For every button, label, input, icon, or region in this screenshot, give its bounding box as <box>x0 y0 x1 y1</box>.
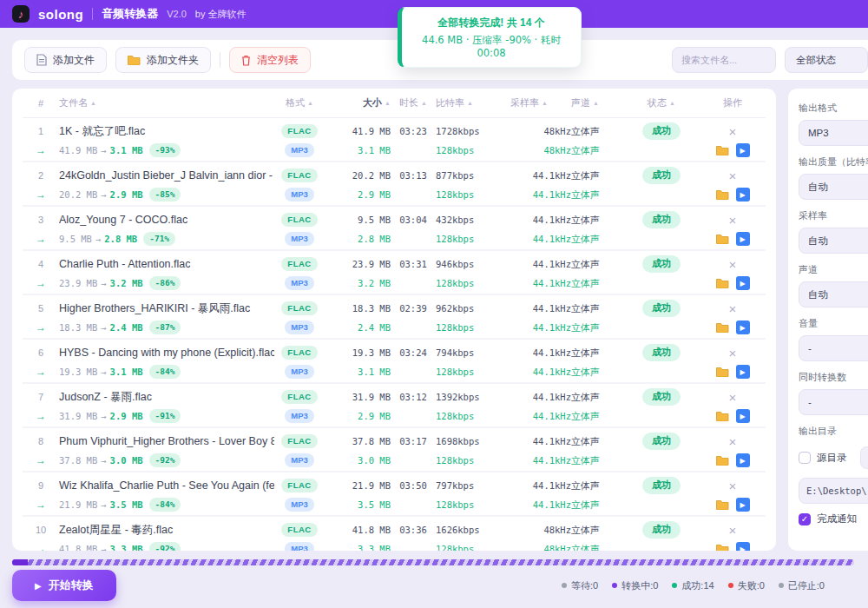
compression-ratio-badge: -93% <box>149 143 181 156</box>
col-status[interactable]: 状态▲ <box>623 96 700 109</box>
target-size: 2.4 MB <box>325 322 391 333</box>
start-convert-button[interactable]: ▶ 开始转换 <box>12 570 116 601</box>
source-dir-label: 源目录 <box>817 452 847 465</box>
target-bitrate: 128kbps <box>436 189 510 200</box>
source-bitrate: 794kbps <box>436 347 510 358</box>
quality-select[interactable]: 自动 <box>799 174 868 200</box>
open-folder-icon[interactable] <box>716 411 729 421</box>
row-index: 6 <box>23 347 59 358</box>
open-folder-icon[interactable] <box>716 189 729 200</box>
source-channels: 立体声 <box>571 391 623 404</box>
converted-arrow-icon: → <box>36 233 46 245</box>
file-name: 24kGoldn_Justin Bieber_J Balvin_iann dio… <box>59 165 274 186</box>
open-folder-icon[interactable] <box>716 234 729 244</box>
sort-asc-icon: ▲ <box>542 100 548 106</box>
open-folder-icon[interactable] <box>716 499 729 510</box>
file-name: Higher Brothers_HARIKIRI - 暴风雨.flac <box>59 298 250 319</box>
table-row[interactable]: 10 Zealot周星星 - 毒药.flac FLAC 41.8 MB 03:3… <box>23 517 766 551</box>
duration: 03:17 <box>391 436 436 446</box>
source-dir-option[interactable]: 源目录 <box>799 446 868 469</box>
notify-option[interactable]: ✓ 完成通知 <box>799 512 868 525</box>
compression-ratio-badge: -92% <box>149 453 181 466</box>
col-samplerate[interactable]: 采样率▲ <box>510 96 571 109</box>
output-format-label: 输出格式 <box>799 102 868 115</box>
open-folder-icon[interactable] <box>716 455 729 466</box>
table-row[interactable]: 7 JudsonZ - 暴雨.flac FLAC 31.9 MB 03:12 1… <box>23 384 766 428</box>
search-input[interactable] <box>672 47 776 73</box>
output-path-input[interactable] <box>799 478 868 504</box>
source-dir-checkbox[interactable] <box>799 452 811 464</box>
table-row[interactable]: 9 Wiz Khalifa_Charlie Puth - See You Aga… <box>23 473 766 517</box>
remove-file-icon[interactable]: × <box>729 347 737 360</box>
open-folder-icon[interactable] <box>716 278 729 288</box>
clear-list-button[interactable]: 清空列表 <box>229 47 311 73</box>
target-format-badge: MP3 <box>285 542 314 551</box>
sub-target-size: 3.3 MB <box>110 544 143 551</box>
remove-file-icon[interactable]: × <box>729 169 737 182</box>
col-bitrate[interactable]: 比特率▲ <box>436 96 510 109</box>
sub-target-size: 2.8 MB <box>104 234 137 244</box>
add-file-button[interactable]: 添加文件 <box>24 47 107 73</box>
notify-checkbox[interactable]: ✓ <box>799 513 811 525</box>
play-file-icon[interactable]: ▶ <box>736 143 750 157</box>
remove-file-icon[interactable]: × <box>729 214 737 227</box>
browse-button[interactable] <box>860 446 868 469</box>
col-channels[interactable]: 声道▲ <box>571 96 623 109</box>
table-row[interactable]: 3 Aloz_Young 7 - COCO.flac FLAC 9.5 MB 0… <box>23 207 766 251</box>
remove-file-icon[interactable]: × <box>729 524 737 537</box>
row-index: 7 <box>23 392 59 402</box>
play-file-icon[interactable]: ▶ <box>736 276 750 290</box>
target-channels: 立体声 <box>571 233 623 246</box>
compression-ratio-badge: -92% <box>149 542 181 551</box>
output-format-select[interactable]: MP3 <box>799 120 868 146</box>
col-size[interactable]: 大小▲ <box>325 96 391 109</box>
play-file-icon[interactable]: ▶ <box>736 232 750 246</box>
play-file-icon[interactable]: ▶ <box>736 498 750 512</box>
volume-select[interactable]: - <box>799 335 868 361</box>
source-size: 41.8 MB <box>325 525 391 535</box>
table-row[interactable]: 5 Higher Brothers_HARIKIRI - 暴风雨.flac FL… <box>23 295 766 340</box>
to-arrow-icon: → <box>101 499 106 510</box>
add-file-label: 添加文件 <box>53 53 95 68</box>
table-header-row: # 文件名▲ 格式▲ 大小▲ 时长▲ 比特率▲ 采样率▲ 声道▲ 状态▲ 操作 <box>23 89 766 118</box>
sub-source-size: 19.3 MB <box>59 367 97 377</box>
status-badge: 成功 <box>642 255 681 272</box>
play-file-icon[interactable]: ▶ <box>736 321 750 334</box>
open-folder-icon[interactable] <box>716 322 729 333</box>
col-format[interactable]: 格式▲ <box>274 96 325 109</box>
col-duration[interactable]: 时长▲ <box>391 96 436 109</box>
play-file-icon[interactable]: ▶ <box>736 409 750 423</box>
waiting-dot-icon <box>562 583 567 588</box>
stopped-dot-icon <box>779 583 784 588</box>
table-row[interactable]: 2 24kGoldn_Justin Bieber_J Balvin_iann d… <box>23 162 766 207</box>
table-row[interactable]: 8 Phum Viphurit_Higher Brothers - Lover … <box>23 428 766 473</box>
target-format-badge: MP3 <box>285 143 314 156</box>
col-filename[interactable]: 文件名▲ <box>59 96 274 109</box>
samplerate-select[interactable]: 自动 <box>799 228 868 254</box>
volume-label: 音量 <box>799 317 868 330</box>
remove-file-icon[interactable]: × <box>729 435 737 448</box>
status-filter-dropdown[interactable]: 全部状态 <box>785 47 868 73</box>
remove-file-icon[interactable]: × <box>729 258 737 271</box>
target-channels: 立体声 <box>571 144 623 157</box>
play-file-icon[interactable]: ▶ <box>736 365 750 379</box>
table-row[interactable]: 6 HYBS - Dancing with my phone (Explicit… <box>23 340 766 384</box>
play-file-icon[interactable]: ▶ <box>736 188 750 202</box>
open-folder-icon[interactable] <box>716 145 729 155</box>
open-folder-icon[interactable] <box>716 367 729 377</box>
remove-file-icon[interactable]: × <box>729 479 737 492</box>
concurrency-select[interactable]: - <box>799 389 868 415</box>
remove-file-icon[interactable]: × <box>729 391 737 404</box>
table-row[interactable]: 4 Charlie Puth - Attention.flac FLAC 23.… <box>23 251 766 295</box>
source-samplerate: 44.1kHz <box>510 170 571 181</box>
channels-select[interactable]: 自动 <box>799 281 868 307</box>
remove-file-icon[interactable]: × <box>729 125 737 138</box>
play-file-icon[interactable]: ▶ <box>736 453 750 467</box>
converted-arrow-icon: → <box>36 188 46 201</box>
table-row[interactable]: 1 1K - 就忘了吧.flac FLAC 41.9 MB 03:23 1728… <box>23 118 766 162</box>
add-folder-button[interactable]: 添加文件夹 <box>115 47 211 73</box>
remove-file-icon[interactable]: × <box>729 302 737 315</box>
sub-source-size: 41.9 MB <box>59 145 97 155</box>
play-file-icon[interactable]: ▶ <box>736 542 750 551</box>
open-folder-icon[interactable] <box>716 544 729 551</box>
